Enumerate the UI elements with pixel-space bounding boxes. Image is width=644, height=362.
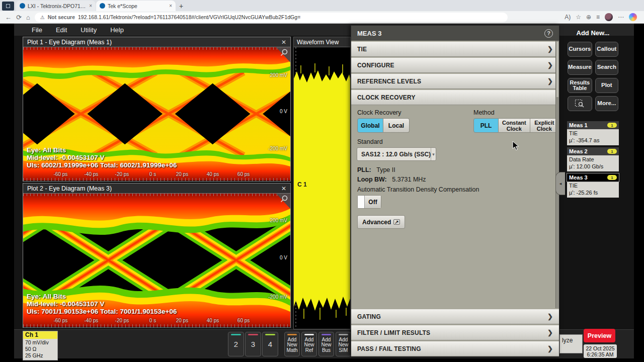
cursors-button[interactable]: Cursors <box>568 42 592 57</box>
close-tab-icon[interactable]: × <box>169 3 172 9</box>
standard-dropdown[interactable]: SAS12 : 12.0 Gb/s (SSC) ▾ <box>357 147 436 161</box>
zoom-select-icon <box>575 99 585 108</box>
tab-favicon <box>100 3 105 9</box>
browser-tab-escope[interactable]: Tek e*Scope × <box>96 1 176 11</box>
meas1-badge[interactable]: Meas 1 1 TIE µ': -354.7 as <box>567 121 619 145</box>
local-button[interactable]: Local <box>383 118 410 133</box>
eye-uis: UIs: 6002/1.91999e+06 Total: 6002/1.9199… <box>27 161 177 169</box>
add-math-label: Add New Math <box>285 337 299 353</box>
meas1-source-pill: 1 <box>607 123 617 128</box>
section-tie[interactable]: TIE ❯ <box>351 42 559 57</box>
window-icon[interactable] <box>2 2 14 11</box>
explicit-clock-button[interactable]: Explicit Clock <box>530 118 559 133</box>
x-tick: 0 s <box>149 318 156 323</box>
zoom-corner-icon[interactable] <box>275 194 290 209</box>
channel1-scale: 70 mV/div <box>25 339 55 346</box>
preview-button[interactable]: Preview <box>584 329 615 342</box>
section-reference-levels[interactable]: REFERENCE LEVELS ❯ <box>351 74 559 89</box>
close-icon[interactable]: ✕ <box>281 39 286 46</box>
channel4-button[interactable]: 4 <box>262 332 278 356</box>
close-icon[interactable]: ✕ <box>281 185 286 192</box>
section-filter-limit[interactable]: FILTER / LIMIT RESULTS ❯ <box>351 325 559 340</box>
scrollbar-thumb[interactable] <box>556 42 558 97</box>
menu-file[interactable]: File <box>32 26 42 34</box>
constant-clock-button[interactable]: Constant Clock <box>499 118 530 133</box>
x-tick: 40 ps <box>207 318 219 323</box>
add-new-sim-button[interactable]: Add New SIM <box>336 332 351 356</box>
channel2-button[interactable]: 2 <box>228 332 244 356</box>
add-new-bus-button[interactable]: Add New Bus <box>318 332 334 356</box>
not-secure-icon: ⚠ <box>40 15 45 20</box>
add-new-math-button[interactable]: Add New Math <box>284 332 300 356</box>
menu-edit[interactable]: Edit <box>56 26 67 34</box>
waveform-area[interactable]: C 1 <box>294 47 350 329</box>
standard-value: SAS12 : 12.0 Gb/s (SSC) <box>357 151 431 158</box>
zoom-corner-icon[interactable] <box>275 47 290 62</box>
v-label: 200 mV <box>270 72 287 78</box>
tab-title: Tek e*Scope <box>108 3 167 9</box>
meas2-badge[interactable]: Meas 2 1 Data Rate µ': 12.00 Gb/s <box>567 147 619 171</box>
channel3-button[interactable]: 3 <box>245 332 261 356</box>
channel1-settings: 70 mV/div 50 Ω 25 GHz <box>23 339 57 360</box>
results-table-button[interactable]: Results Table <box>568 78 592 93</box>
section-pass-fail[interactable]: PASS / FAIL TESTING ❯ <box>351 341 559 356</box>
method-label: Method <box>473 109 495 116</box>
favorites-bar-icon[interactable]: ≡ <box>596 14 600 21</box>
panel-collapse-handle[interactable]: ◂ <box>555 172 565 195</box>
menu-help[interactable]: Help <box>110 26 124 34</box>
plot2-eye-diagram[interactable]: 200 mV 0 V -200 mV -60 ps -40 ps -20 ps … <box>23 194 290 327</box>
add-new-heading: Add New... <box>566 29 620 37</box>
favorite-icon[interactable]: ☆ <box>576 14 581 21</box>
measure-button[interactable]: Measure <box>568 60 592 75</box>
meas3-panel-header[interactable]: MEAS 3 ? <box>351 26 559 41</box>
channel1-waveform <box>294 47 350 329</box>
meas3-badge[interactable]: Meas 3 1 TIE µ': -25.26 fs <box>567 173 619 198</box>
x-tick: 60 ps <box>237 171 250 177</box>
plot-button[interactable]: Plot <box>595 78 618 93</box>
global-button[interactable]: Global <box>357 118 383 133</box>
waveform-view[interactable]: Waveform View C 1 <box>293 37 351 329</box>
home-icon[interactable]: ⌂ <box>26 14 30 21</box>
section-gating[interactable]: GATING ❯ <box>351 309 559 324</box>
add-ref-label: Add New Ref <box>302 337 316 353</box>
clock-recovery-label: Clock Recovery <box>357 109 401 116</box>
meas2-type: Data Rate <box>569 156 617 163</box>
add-new-ref-button[interactable]: Add New Ref <box>301 332 317 356</box>
analyze-button-fragment[interactable]: lyze <box>559 334 583 353</box>
more-menu-icon[interactable]: ⋯ <box>618 14 624 21</box>
callout-button[interactable]: Callout <box>595 42 618 57</box>
x-tick: -20 ps <box>115 318 129 323</box>
advanced-button[interactable]: Advanced ↗ <box>357 215 405 229</box>
profile-avatar[interactable] <box>605 13 613 21</box>
back-icon[interactable]: ← <box>5 14 12 21</box>
atdc-toggle[interactable]: Off <box>357 195 381 209</box>
read-aloud-icon[interactable]: A) <box>565 14 571 21</box>
refresh-icon[interactable]: ⟳ <box>16 14 22 21</box>
close-tab-icon[interactable]: × <box>89 3 92 9</box>
copilot-icon[interactable] <box>629 13 637 21</box>
plot1-eye-diagram[interactable]: 200 mV 0 V -200 mV -60 ps -40 ps -20 ps … <box>23 47 290 181</box>
pll-button[interactable]: PLL <box>473 118 499 133</box>
section-configure[interactable]: CONFIGURE ❯ <box>351 58 559 73</box>
search-button[interactable]: Search <box>595 60 618 75</box>
plot1-titlebar[interactable]: Plot 1 - Eye Diagram (Meas 1) ✕ <box>23 37 290 47</box>
menu-utility[interactable]: Utility <box>80 26 97 34</box>
collections-icon[interactable]: ⊕ <box>586 14 591 21</box>
channel1-badge[interactable]: Ch 1 70 mV/div 50 Ω 25 GHz <box>23 331 58 360</box>
new-tab-button[interactable]: + <box>176 2 187 11</box>
chevron-right-icon: ❯ <box>547 45 553 53</box>
meas1-value: µ': -354.7 as <box>569 137 617 144</box>
more-button[interactable]: More... <box>595 96 618 111</box>
url-field[interactable]: ⚠ Not secure 192.168.1.61/Tektronix/?rel… <box>35 13 508 22</box>
channel2-label: 2 <box>234 340 238 348</box>
help-icon[interactable]: ? <box>544 29 553 38</box>
section-clock-label: CLOCK RECOVERY <box>357 94 416 101</box>
plot2-titlebar[interactable]: Plot 2 - Eye Diagram (Meas 3) ✕ <box>23 184 290 194</box>
browser-chrome: LXI - Tektronix-DPO714AX × Tek e*Scope ×… <box>0 0 644 24</box>
channel3-label: 3 <box>251 340 255 348</box>
section-clock-recovery[interactable]: CLOCK RECOVERY <box>351 90 559 105</box>
zoom-select-button[interactable] <box>568 96 592 111</box>
browser-tab-lxi[interactable]: LXI - Tektronix-DPO714AX × <box>16 1 96 11</box>
channel1-bandwidth: 25 GHz <box>25 352 55 359</box>
meas1-type: TIE <box>569 130 617 137</box>
